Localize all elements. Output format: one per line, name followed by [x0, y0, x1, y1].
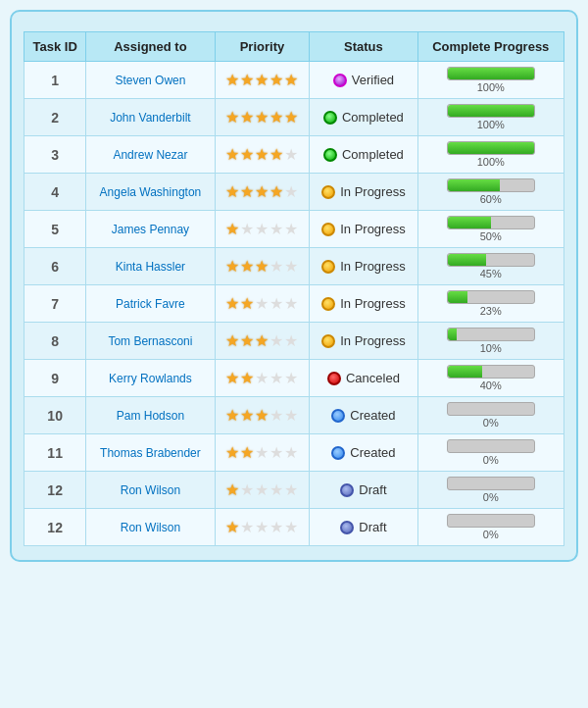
- star-empty-icon: ★: [240, 520, 254, 535]
- progress-percentage: 100%: [477, 81, 505, 93]
- status-label: In Progress: [340, 296, 405, 311]
- task-id-value: 12: [47, 482, 63, 498]
- priority-cell: ★★★★★: [215, 174, 310, 211]
- progress-cell: 50%: [417, 211, 564, 248]
- progress-bar-fill: [448, 254, 487, 266]
- table-row: 12Ron Wilson★★★★★Draft0%: [24, 509, 564, 546]
- status-content: In Progress: [314, 184, 413, 199]
- status-label: In Progress: [340, 333, 405, 348]
- status-dot-icon: [321, 260, 335, 274]
- status-content: In Progress: [314, 259, 413, 274]
- star-full-icon: ★: [225, 73, 239, 88]
- star-full-icon: ★: [255, 259, 269, 275]
- status-dot-icon: [321, 297, 335, 311]
- star-rating: ★★★★★: [225, 147, 298, 163]
- task-id-cell: 11: [24, 434, 86, 472]
- progress-percentage: 100%: [477, 119, 505, 130]
- status-label: Verified: [352, 73, 394, 87]
- status-dot-icon: [323, 148, 337, 162]
- progress-content: 0%: [422, 514, 561, 540]
- status-label: Created: [350, 445, 395, 460]
- star-full-icon: ★: [255, 184, 269, 200]
- task-id-value: 5: [51, 222, 59, 237]
- table-row: 9Kerry Rowlands★★★★★Canceled40%: [24, 360, 564, 397]
- progress-cell: 0%: [417, 472, 564, 509]
- table-row: 1Steven Owen★★★★★Verified100%: [24, 62, 564, 99]
- assigned-to-cell: Angela Washington: [86, 174, 215, 211]
- star-empty-icon: ★: [255, 222, 269, 237]
- star-empty-icon: ★: [255, 296, 269, 312]
- task-id-value: 3: [51, 147, 59, 163]
- star-full-icon: ★: [225, 110, 239, 126]
- status-cell: Canceled: [310, 360, 417, 397]
- task-id-cell: 12: [24, 472, 86, 509]
- assigned-to-cell: John Vanderbilt: [86, 99, 215, 136]
- progress-content: 0%: [422, 477, 561, 503]
- priority-cell: ★★★★★: [215, 248, 310, 285]
- star-empty-icon: ★: [255, 482, 269, 498]
- assignee-name: Pam Hodson: [117, 409, 184, 423]
- status-label: Draft: [359, 520, 386, 534]
- progress-percentage: 10%: [480, 342, 502, 354]
- assigned-to-cell: Kerry Rowlands: [86, 360, 215, 397]
- status-label: In Progress: [340, 222, 405, 236]
- star-rating: ★★★★★: [225, 371, 298, 386]
- star-empty-icon: ★: [255, 520, 269, 535]
- assignee-name: Angela Washington: [100, 185, 202, 199]
- progress-percentage: 0%: [483, 417, 499, 429]
- task-id-value: 10: [47, 408, 63, 424]
- task-table: Task ID Assigned to Priority Status Comp…: [24, 31, 564, 546]
- progress-content: 100%: [422, 141, 561, 168]
- progress-percentage: 0%: [483, 529, 499, 540]
- star-full-icon: ★: [225, 520, 239, 535]
- progress-cell: 100%: [417, 62, 564, 99]
- status-label: Canceled: [346, 371, 400, 385]
- task-id-cell: 8: [24, 323, 86, 360]
- progress-bar-bg: [447, 253, 535, 267]
- star-full-icon: ★: [225, 147, 239, 163]
- star-full-icon: ★: [270, 73, 283, 88]
- assignee-name: John Vanderbilt: [110, 111, 191, 125]
- star-full-icon: ★: [240, 259, 254, 275]
- star-empty-icon: ★: [255, 371, 269, 386]
- progress-content: 0%: [422, 439, 561, 466]
- star-full-icon: ★: [225, 371, 239, 386]
- task-id-value: 4: [51, 184, 59, 200]
- progress-content: 40%: [422, 365, 561, 391]
- assignee-name: Kerry Rowlands: [109, 372, 192, 385]
- task-id-value: 12: [47, 520, 63, 535]
- progress-bar-bg: [447, 365, 535, 379]
- star-rating: ★★★★★: [225, 259, 298, 275]
- assigned-to-cell: Steven Owen: [86, 62, 215, 99]
- assignee-name: Ron Wilson: [121, 521, 180, 534]
- table-header-row: Task ID Assigned to Priority Status Comp…: [24, 32, 564, 62]
- star-full-icon: ★: [225, 259, 239, 275]
- task-id-cell: 1: [24, 62, 86, 99]
- star-empty-icon: ★: [270, 222, 283, 237]
- progress-bar-bg: [447, 104, 535, 118]
- star-full-icon: ★: [240, 147, 254, 163]
- star-empty-icon: ★: [284, 147, 298, 163]
- status-dot-icon: [333, 74, 347, 87]
- star-full-icon: ★: [255, 110, 269, 126]
- star-rating: ★★★★★: [225, 222, 298, 237]
- table-row: 10Pam Hodson★★★★★Created0%: [24, 397, 564, 434]
- assigned-to-cell: Tom Bernasconi: [86, 323, 215, 360]
- status-cell: In Progress: [310, 323, 417, 360]
- star-empty-icon: ★: [255, 445, 269, 461]
- status-dot-icon: [327, 372, 341, 385]
- progress-bar-bg: [447, 402, 535, 416]
- progress-bar-bg: [447, 328, 535, 341]
- task-id-cell: 9: [24, 360, 86, 397]
- assigned-to-cell: James Pennay: [86, 211, 215, 248]
- star-full-icon: ★: [225, 333, 239, 349]
- star-full-icon: ★: [255, 408, 269, 424]
- task-id-cell: 3: [24, 136, 86, 174]
- assigned-to-cell: Kinta Hassler: [86, 248, 215, 285]
- status-cell: Created: [310, 397, 417, 434]
- table-row: 6Kinta Hassler★★★★★In Progress45%: [24, 248, 564, 285]
- star-rating: ★★★★★: [225, 73, 298, 88]
- task-id-value: 8: [51, 333, 59, 349]
- col-task-id: Task ID: [24, 32, 86, 62]
- star-full-icon: ★: [225, 482, 239, 498]
